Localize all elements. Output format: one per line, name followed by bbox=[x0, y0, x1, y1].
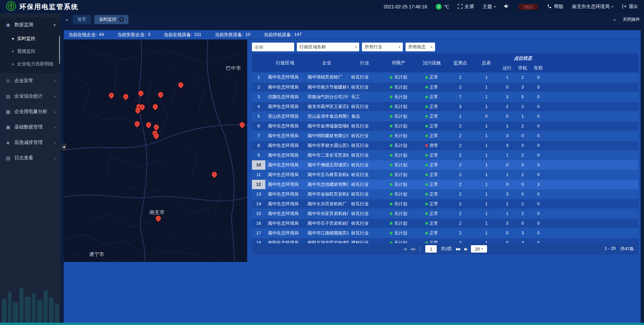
map-pin[interactable] bbox=[178, 82, 184, 88]
map-pin[interactable] bbox=[123, 94, 129, 100]
tabs-scroll-right-icon[interactable]: » bbox=[612, 16, 617, 23]
map-city-label: 南充市 bbox=[149, 209, 164, 216]
chevron-down-icon: ▾ bbox=[611, 5, 613, 8]
sidebar-group-header-data-monitor[interactable]: ◉ 数据监测 ▾ bbox=[0, 17, 60, 32]
table-row[interactable]: 15 阆中生态环境局 阆中市光富页岩机砖厂 砖瓦行业 无计划 正常 2 1 1 … bbox=[252, 209, 639, 218]
limit-status-dot bbox=[390, 212, 392, 215]
city-skyline-graphic bbox=[0, 278, 60, 325]
next-page-button[interactable]: ▶▶ bbox=[456, 247, 460, 251]
table-row[interactable]: 16 阆中生态环境局 阆中市石子页岩机砖厂 砖瓦行业 无计划 正常 2 1 3 … bbox=[252, 218, 639, 228]
table-row[interactable]: 4 高坪生态环境局 南充市高坪区王家店建 砖瓦行业 无计划 正常 3 1 2 2… bbox=[252, 102, 639, 111]
announcement-button[interactable] bbox=[504, 4, 509, 9]
org-dropdown[interactable]: 南充市生态环境局 ▾ bbox=[572, 4, 613, 10]
table-row[interactable]: 7 阆中生态环境局 阆中明阳建材有限公司 砖瓦行业 无计划 正常 2 1 3 0… bbox=[252, 131, 639, 141]
logout-icon bbox=[622, 4, 627, 10]
tab-realtime-monitor[interactable]: 实时监控 × bbox=[94, 15, 128, 24]
company-table-viewport[interactable]: 行政区域 企业 行业 停限产 治污设施 监测点 总表 点位状态 bbox=[252, 53, 639, 243]
first-page-button[interactable]: |◀ bbox=[404, 247, 406, 251]
sidebar-item-label: 视频监控 bbox=[17, 48, 35, 54]
stat-lost-devices: 当前失联设备:10 bbox=[215, 32, 250, 38]
last-page-button[interactable]: ▶| bbox=[464, 247, 467, 251]
map-pin[interactable] bbox=[146, 122, 152, 128]
map-pin-icon bbox=[152, 103, 159, 110]
map-collapse-button[interactable]: ◀ bbox=[61, 143, 67, 151]
company-stats-icon: ▤ bbox=[5, 94, 11, 99]
table-row[interactable]: 3 仪陇生态环境局 西南油气田分公司川中 化工 无计划 正常 7 1 3 5 0 bbox=[252, 92, 639, 102]
logout-button[interactable]: 退出 bbox=[622, 4, 638, 10]
col-industry: 行业 bbox=[348, 53, 381, 72]
page-size-select[interactable]: 20 ▾ bbox=[471, 245, 487, 253]
sidebar-item-realtime-monitor[interactable]: 实时监控 bbox=[0, 32, 60, 45]
limit-status-dot bbox=[390, 164, 392, 166]
limit-status-dot bbox=[390, 203, 392, 205]
sidebar-group-company-abnormal[interactable]: ⊙ 企业异常 ‹ bbox=[0, 73, 60, 89]
map-pin-icon bbox=[177, 81, 185, 89]
map-pin-icon bbox=[145, 121, 152, 129]
sidebar-scrollbar[interactable] bbox=[59, 36, 60, 64]
table-row[interactable]: 11 阆中生态环境局 阆中市五马桥页岩机砖 砖瓦行业 无计划 正常 2 1 1 … bbox=[252, 170, 639, 179]
map-pin[interactable] bbox=[154, 124, 160, 130]
sidebar-group-power-analysis[interactable]: ▦ 企业用电量分析 ‹ bbox=[0, 104, 60, 119]
facility-status-dot bbox=[425, 105, 428, 108]
theme-dropdown[interactable]: 主题 ▾ bbox=[483, 4, 496, 10]
page-number-input[interactable] bbox=[425, 245, 437, 253]
map-pin[interactable] bbox=[109, 93, 115, 99]
map-pin[interactable] bbox=[138, 91, 144, 97]
tabs-scroll-left-icon[interactable]: « bbox=[64, 16, 69, 23]
name-filter-input[interactable] bbox=[255, 45, 291, 50]
map-pin[interactable] bbox=[158, 92, 164, 98]
table-row[interactable]: 18 南部生态环境局 南部县瑞华页岩砖有限 建材行业 无计划 正常 2 1 0 … bbox=[252, 238, 639, 243]
close-operations-button[interactable]: 关闭操作 bbox=[623, 16, 640, 22]
company-table-body: 1 阆中生态环境局 阆中强锐页岩砖厂 砖瓦行业 无计划 正常 2 1 1 2 0… bbox=[252, 72, 639, 243]
sidebar-group-base-data[interactable]: ▣ 基础数据管理 ‹ bbox=[0, 119, 60, 135]
name-filter[interactable] bbox=[252, 43, 294, 51]
table-row[interactable]: 5 营山生态环境局 营山县润丰食品有限公 食品 无计划 正常 1 0 0 1 0 bbox=[252, 111, 639, 121]
table-row[interactable]: 13 阆中生态环境局 阆中市金福旺页岩机砖 砖瓦行业 无计划 正常 2 1 3 … bbox=[252, 189, 639, 199]
sidebar-item-video-monitor[interactable]: 视频监控 bbox=[0, 45, 60, 58]
table-row[interactable]: 1 阆中生态环境局 阆中强锐页岩砖厂 砖瓦行业 无计划 正常 2 1 1 2 0 bbox=[252, 72, 639, 82]
limit-status-dot bbox=[390, 232, 392, 234]
region-filter-select[interactable]: 行政区域名称 ▾ bbox=[297, 43, 359, 51]
close-icon[interactable]: × bbox=[119, 17, 124, 22]
table-row[interactable]: 2 阆中生态环境局 阆中市南方节能建材有 砖瓦行业 无计划 正常 2 1 0 3… bbox=[252, 82, 639, 92]
temperature-value: 0 bbox=[436, 4, 442, 10]
map-pin[interactable] bbox=[135, 121, 141, 127]
industry-filter-select[interactable]: 所有行业 ▾ bbox=[362, 43, 403, 51]
help-button[interactable]: 帮助 bbox=[547, 4, 563, 10]
tab-home[interactable]: 首页 bbox=[73, 15, 91, 24]
limit-status-dot bbox=[390, 125, 392, 127]
table-row[interactable]: 8 阆中生态环境局 阆中市枣碧大梁山页岩 砖瓦行业 无计划 异常 2 1 3 0… bbox=[252, 141, 639, 150]
sidebar-group-company-stats[interactable]: ▤ 企业综合统计 ‹ bbox=[0, 89, 60, 104]
stats-bar: 当前在线企业:44 当前失联企业:3 当前在线设备:211 当前失联设备:10 … bbox=[64, 30, 641, 40]
table-row[interactable]: 17 阆中生态环境局 阆中市江南镇阆南页岩 砖瓦行业 无计划 正常 2 1 0 … bbox=[252, 228, 639, 238]
sidebar-group-emergency[interactable]: ◈ 应急减排管理 ‹ bbox=[0, 135, 60, 150]
sidebar-group-logs[interactable]: ▥ 日志查看 ‹ bbox=[0, 150, 60, 166]
map-panel[interactable]: ◀ 巴中市南充市遂宁市 bbox=[64, 40, 247, 262]
chevron-down-icon: ▾ bbox=[481, 247, 483, 251]
map-pin-icon bbox=[238, 121, 246, 129]
map-pin[interactable] bbox=[135, 108, 141, 114]
topbar: 环保用电监管系统 2021-02-25 17:46:18 0 ℃ 全屏 主题 ▾ bbox=[0, 0, 644, 13]
map-pin[interactable] bbox=[239, 122, 246, 128]
sidebar-item-power-load-detail[interactable]: 企业电力负荷明细 bbox=[0, 58, 60, 70]
map-pin[interactable] bbox=[153, 104, 159, 110]
table-row[interactable]: 12 阆中生态环境局 阆中市忠信建材有限公 砖瓦行业 无计划 正常 2 1 0 … bbox=[252, 179, 639, 189]
table-row[interactable]: 14 阆中生态环境局 阆中大兴页岩机砖厂 砖瓦行业 无计划 正常 2 1 1 2… bbox=[252, 199, 639, 209]
prev-page-button[interactable]: ◀◀ bbox=[410, 247, 415, 251]
stat-online-companies: 当前在线企业:44 bbox=[68, 32, 104, 38]
map-pin[interactable] bbox=[156, 216, 162, 222]
alert-count-badge[interactable]: 2632 bbox=[518, 4, 539, 10]
col-region: 行政区域 bbox=[265, 53, 305, 72]
fullscreen-button[interactable]: 全屏 bbox=[458, 4, 474, 10]
tabbar-right: » 关闭操作 bbox=[612, 16, 640, 23]
fullscreen-icon bbox=[458, 4, 463, 10]
tabbar: « 首页 实时监控 × » 关闭操作 bbox=[60, 13, 644, 25]
map-pin[interactable] bbox=[154, 133, 160, 139]
table-row[interactable]: 10 阆中生态环境局 阆中千佛镇五郎垭页岩 砖瓦行业 无计划 正常 2 1 0 … bbox=[252, 160, 639, 170]
col-filler bbox=[546, 53, 639, 72]
table-row[interactable]: 9 阆中生态环境局 阆中市二龙长宝页岩砖 砖瓦行业 无计划 正常 2 1 1 2… bbox=[252, 150, 639, 160]
facility-status-dot bbox=[425, 154, 428, 157]
table-row[interactable]: 6 阆中生态环境局 阆中市金博瑞新型墙材 砖瓦行业 无计划 正常 2 1 1 2… bbox=[252, 121, 639, 131]
status-filter-select[interactable]: 所有状态 ▾ bbox=[406, 43, 435, 51]
map-pin[interactable] bbox=[212, 172, 218, 178]
